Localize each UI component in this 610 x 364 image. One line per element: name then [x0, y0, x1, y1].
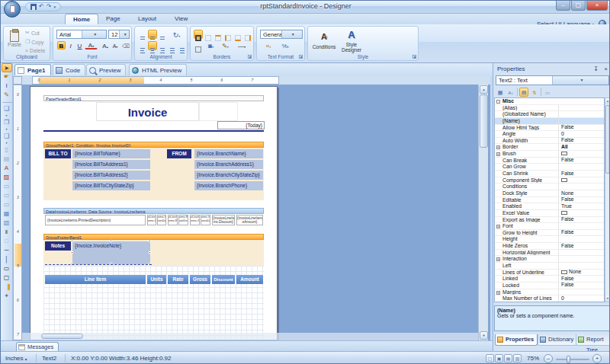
band-component-3[interactable]: ▭ — [2, 200, 12, 209]
branch-citystatezip-field[interactable]: {Invoice.BranchCityStateZip} — [194, 171, 263, 180]
property-row[interactable]: Export as Image False — [495, 217, 604, 224]
gross-cell-b[interactable]: ems.G rossDe — [201, 215, 210, 225]
align-bottom-button[interactable] — [158, 30, 167, 39]
paste-button[interactable]: Paste — [5, 28, 24, 54]
property-grid-scrollbar[interactable]: ▲ ▼ — [605, 97, 610, 302]
chart-component[interactable] — [2, 283, 12, 292]
scroll-up-icon[interactable]: ▲ — [480, 85, 488, 94]
maximize-button[interactable]: ▢ — [571, 1, 586, 11]
tab-view[interactable]: View — [167, 14, 195, 24]
units-cell-b[interactable]: ems.U nitsDe — [157, 215, 166, 225]
toolbox-separator[interactable] — [2, 101, 13, 103]
bold-button[interactable]: B — [57, 41, 66, 49]
chevron-down-icon[interactable]: ▼ — [119, 30, 130, 38]
all-borders-button[interactable] — [194, 30, 203, 39]
property-row[interactable]: Dock Style None — [495, 190, 604, 197]
scroll-down-icon[interactable]: ▼ — [480, 331, 488, 340]
select-tool[interactable]: ➤ — [2, 63, 12, 72]
empty-textbox[interactable] — [199, 102, 238, 121]
selection-handle[interactable] — [71, 240, 73, 242]
page-header-band-bar[interactable]: PageHeaderBand1 — [43, 95, 264, 101]
table-component[interactable]: ▦ — [2, 209, 12, 219]
property-row[interactable]: + Margins — [495, 289, 604, 296]
scroll-thumb[interactable] — [480, 94, 488, 148]
property-row[interactable]: - Misc — [495, 98, 604, 105]
property-row[interactable]: Locked False — [495, 283, 604, 289]
branch-name-field[interactable]: {Invoice.BranchName} — [194, 149, 263, 158]
office-button[interactable] — [4, 1, 21, 18]
delete-button[interactable]: ×Delete — [25, 48, 45, 53]
close-button[interactable]: × — [586, 1, 608, 11]
band-component-2[interactable]: ▭ — [2, 191, 12, 200]
left-border-button[interactable] — [223, 30, 233, 39]
property-grid[interactable]: - Misc (Alias) (Globalized Name) — [494, 97, 605, 302]
picture-component[interactable]: ▧ — [2, 219, 12, 228]
property-row[interactable]: Hide Zeros False — [495, 243, 604, 250]
property-row[interactable]: Grow to Height False — [495, 230, 604, 237]
bill-to-label[interactable]: BILL TO — [45, 149, 71, 158]
column-header-amount[interactable]: Amount — [236, 275, 263, 284]
zoom-mode-icon[interactable]: ▥ — [513, 354, 522, 362]
property-row[interactable]: Height — [495, 236, 604, 243]
zoom-slider[interactable] — [556, 359, 589, 360]
pin-icon[interactable]: ↧ — [593, 65, 599, 72]
shrink-font-button[interactable]: A▾ — [111, 41, 120, 49]
property-row[interactable]: + Interaction — [495, 256, 604, 263]
panel-component[interactable]: □ — [2, 237, 12, 246]
property-row[interactable]: + Font — [495, 223, 604, 230]
zoom-out-button[interactable]: – — [544, 354, 553, 363]
column-header-line-item[interactable]: Line Item — [45, 275, 146, 284]
bill-to-citystatezip-field[interactable]: {Invoice.BillToCityStateZip} — [72, 181, 150, 190]
word-wrap-button[interactable] — [178, 41, 187, 50]
text-format-combo[interactable]: General▼ — [260, 30, 303, 39]
column-header-units[interactable]: Units — [147, 275, 166, 284]
text-edit-tool[interactable]: I — [2, 81, 12, 91]
column-header-discount[interactable]: Discount — [212, 275, 235, 284]
tab-preview[interactable]: Preview — [86, 64, 126, 75]
units-cell-a[interactable]: eLineIt ems.U — [147, 215, 156, 225]
property-row[interactable]: (Name) — [495, 118, 604, 125]
no-borders-button[interactable] — [204, 30, 213, 39]
page-width-view-icon[interactable]: ▣ — [495, 354, 503, 362]
grow-font-button[interactable]: A▴ — [101, 41, 110, 49]
property-row[interactable]: (Alias) — [495, 105, 604, 112]
property-row[interactable]: Allow Html Tags False — [495, 125, 604, 132]
rich-text-component[interactable]: A — [2, 164, 12, 173]
selection-handle[interactable] — [149, 240, 151, 242]
tab-dictionary[interactable]: Dictionary — [538, 334, 577, 346]
column-header-gross[interactable]: Gross — [190, 275, 210, 284]
invoice-title-textbox[interactable]: Invoice — [96, 102, 199, 121]
image-component[interactable]: ▨ — [2, 173, 12, 182]
notes-label[interactable]: Notes — [45, 241, 71, 251]
property-row[interactable]: Conditions — [495, 184, 604, 190]
multi-page-view-icon[interactable]: ▤ — [504, 354, 512, 362]
events-icon[interactable]: ↯ — [530, 88, 539, 97]
fill-color-button[interactable]: ◙▾ — [204, 41, 217, 50]
property-row[interactable]: Linked False — [495, 276, 604, 283]
clone-tool[interactable]: ❐ — [2, 118, 12, 127]
categorized-view-icon[interactable]: ▦ — [496, 88, 505, 97]
align-left-button[interactable] — [138, 41, 147, 50]
property-row[interactable]: Auto Width False — [495, 138, 604, 145]
from-label[interactable]: FROM — [167, 149, 191, 158]
italic-button[interactable]: I — [66, 41, 75, 49]
band-component-1[interactable]: ▭ — [2, 182, 12, 191]
style-tool[interactable]: ✎ — [2, 91, 12, 100]
tab-layout[interactable]: Layout — [130, 14, 164, 24]
alphabetical-sort-icon[interactable]: A↓ — [506, 88, 515, 97]
tab-page1[interactable]: Page1 — [14, 64, 51, 75]
currency-format-button[interactable]: ¤▾ — [262, 41, 275, 50]
top-border-button[interactable] — [214, 30, 223, 39]
percent-format-button[interactable]: %▾ — [278, 41, 292, 50]
scroll-down-icon[interactable]: ▼ — [605, 295, 610, 302]
rate-cell-b[interactable]: ems.R ateDes — [178, 215, 188, 225]
chevron-down-icon[interactable]: ▼ — [552, 76, 608, 85]
property-row[interactable]: Angle 0 — [495, 131, 604, 138]
property-row[interactable]: Can Break False — [495, 158, 604, 164]
text-in-cells-component[interactable]: ▤ — [2, 155, 12, 164]
copy-tool[interactable]: ❏ — [2, 104, 12, 113]
horizontal-line-primitive[interactable]: ─ — [2, 246, 12, 255]
property-row[interactable]: Editable False — [495, 197, 604, 204]
tab-html-preview[interactable]: HTML Preview — [129, 64, 187, 75]
conditions-button[interactable]: A✎ Conditions — [310, 28, 338, 56]
